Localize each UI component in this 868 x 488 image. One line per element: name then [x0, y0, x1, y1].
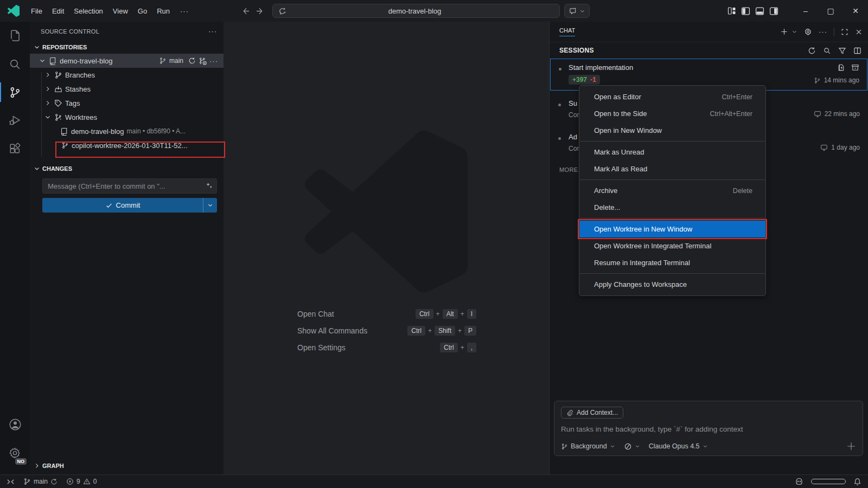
tree-item-stashes[interactable]: Stashes	[30, 82, 224, 96]
create-worktree-icon[interactable]	[199, 57, 207, 65]
tree-item-worktrees[interactable]: Worktrees	[30, 110, 224, 124]
extensions-icon[interactable]	[0, 134, 30, 163]
chat-settings-gear-icon[interactable]	[804, 28, 812, 36]
menu-run[interactable]: Run	[152, 4, 175, 18]
problems-status-item[interactable]: 9 0	[66, 478, 97, 485]
chevron-down-icon	[33, 43, 41, 51]
menu-item-apply-changes-to-workspace[interactable]: Apply Changes to Workspace	[579, 276, 765, 293]
new-chat-dropdown-icon[interactable]	[792, 29, 797, 35]
navigate-back-icon[interactable]	[241, 7, 250, 16]
customize-layout-icon[interactable]	[727, 7, 736, 15]
menu-item-resume-in-integrated-terminal[interactable]: Resume in Integrated Terminal	[579, 254, 765, 271]
model-picker[interactable]: Claude Opus 4.5	[649, 442, 708, 450]
notifications-bell-icon[interactable]	[853, 478, 861, 486]
session-unread-dot	[558, 104, 561, 106]
repo-more-actions-button[interactable]: ···	[209, 57, 218, 65]
commit-button[interactable]: Commit	[42, 198, 217, 213]
search-icon[interactable]	[0, 50, 30, 78]
toggle-secondary-sidebar-icon[interactable]	[769, 7, 778, 16]
navigate-forward-icon[interactable]	[256, 7, 265, 16]
worktree-meta: main • db56f90 • A...	[127, 127, 186, 135]
stash-icon	[54, 85, 62, 93]
commit-dropdown-button[interactable]	[203, 198, 217, 213]
refresh-icon[interactable]	[808, 47, 816, 55]
search-sessions-icon[interactable]	[823, 47, 831, 55]
changes-section-header[interactable]: CHANGES	[30, 162, 224, 175]
toggle-panel-icon[interactable]	[755, 7, 764, 16]
copilot-chat-button[interactable]	[564, 4, 590, 18]
maximize-panel-icon[interactable]	[841, 28, 848, 36]
maximize-button[interactable]: ▢	[818, 0, 843, 22]
menu-item-delete[interactable]: Delete...	[579, 199, 765, 216]
git-branch-icon	[159, 57, 167, 65]
branch-name[interactable]: main	[169, 57, 183, 65]
error-icon	[66, 478, 74, 485]
menu-file[interactable]: File	[26, 4, 47, 18]
mode-picker-background[interactable]: Background	[561, 442, 615, 450]
chat-more-actions-button[interactable]: ···	[819, 28, 827, 36]
account-icon[interactable]	[0, 410, 30, 439]
chat-input-placeholder: Run tasks in the background, type `#` fo…	[561, 425, 856, 433]
repository-row[interactable]: demo-travel-blog main ···	[30, 54, 224, 68]
chevron-right-icon	[44, 85, 52, 93]
menu-overflow-button[interactable]: ···	[175, 7, 194, 15]
chat-input-box[interactable]: Add Context... Run tasks in the backgrou…	[554, 401, 863, 456]
menu-item-mark-all-as-read[interactable]: Mark All as Read	[579, 160, 765, 177]
vscode-logo-icon	[8, 5, 20, 17]
add-context-button[interactable]: Add Context...	[561, 407, 623, 419]
repo-icon	[49, 57, 57, 65]
copilot-status-icon[interactable]	[795, 477, 803, 486]
new-chat-button[interactable]	[780, 28, 788, 36]
graph-section-header[interactable]: GRAPH	[30, 459, 224, 472]
sidebar-more-actions-button[interactable]: ···	[208, 27, 217, 35]
send-plus-icon[interactable]	[846, 441, 856, 451]
session-unread-dot	[558, 137, 561, 140]
shortcut-show-all-commands: Show All Commands Ctrl + Shift + P	[297, 325, 476, 336]
sync-icon[interactable]	[188, 57, 196, 65]
worktree-item-main[interactable]: demo-travel-blog main • db56f90 • A...	[30, 124, 224, 138]
tools-picker[interactable]	[624, 442, 640, 451]
worktree-item-copilot[interactable]: copilot-worktree-2026-01-30T11-52...	[30, 138, 224, 152]
copilot-quota-bar[interactable]	[811, 479, 846, 484]
sync-icon	[50, 478, 58, 485]
menu-edit[interactable]: Edit	[47, 4, 69, 18]
commit-message-input[interactable]	[42, 178, 217, 194]
menu-item-open-worktree-in-new-window[interactable]: Open Worktree in New Window	[579, 221, 765, 237]
git-branch-icon	[814, 77, 821, 84]
source-control-sidebar: SOURCE CONTROL ··· REPOSITORIES demo-tra…	[30, 22, 224, 474]
repositories-section-header[interactable]: REPOSITORIES	[30, 41, 224, 54]
menu-item-open-to-the-side[interactable]: Open to the Side Ctrl+Alt+Enter	[579, 105, 765, 122]
menu-go[interactable]: Go	[133, 4, 152, 18]
warning-icon	[83, 478, 91, 485]
explorer-icon[interactable]	[0, 22, 30, 50]
run-debug-icon[interactable]	[0, 106, 30, 134]
archive-icon[interactable]	[851, 63, 859, 72]
menu-item-open-worktree-in-integrated-terminal[interactable]: Open Worktree in Integrated Terminal	[579, 237, 765, 254]
sidebar-title: SOURCE CONTROL	[41, 28, 208, 35]
settings-gear-icon[interactable]: NO	[0, 439, 30, 467]
menu-item-mark-as-unread[interactable]: Mark as Unread	[579, 144, 765, 160]
tree-item-tags[interactable]: Tags	[30, 96, 224, 110]
menu-item-archive[interactable]: Archive Delete	[579, 182, 765, 199]
source-control-icon[interactable]	[0, 78, 30, 106]
branch-status-item[interactable]: main	[23, 478, 58, 485]
menu-item-open-as-editor[interactable]: Open as Editor Ctrl+Enter	[579, 88, 765, 105]
command-center-search[interactable]: demo-travel-blog	[272, 4, 560, 18]
view-diff-icon[interactable]	[837, 63, 845, 72]
menu-view[interactable]: View	[108, 4, 133, 18]
filter-icon[interactable]	[838, 47, 846, 55]
menu-selection[interactable]: Selection	[69, 4, 107, 18]
tree-item-branches[interactable]: Branches	[30, 68, 224, 82]
split-view-icon[interactable]	[853, 47, 861, 55]
tab-chat[interactable]: CHAT	[559, 27, 575, 36]
minimize-button[interactable]: –	[793, 0, 818, 22]
generate-commit-message-sparkle-icon[interactable]	[205, 182, 213, 190]
remote-indicator[interactable]	[7, 478, 15, 486]
menu-item-open-in-new-window[interactable]: Open in New Window	[579, 122, 765, 139]
toggle-primary-sidebar-icon[interactable]	[741, 7, 750, 16]
close-panel-icon[interactable]	[855, 28, 863, 36]
menu-separator	[580, 141, 765, 142]
close-button[interactable]: ✕	[843, 0, 868, 22]
worktree-icon	[54, 113, 62, 121]
vm-monitor-icon	[820, 144, 828, 151]
